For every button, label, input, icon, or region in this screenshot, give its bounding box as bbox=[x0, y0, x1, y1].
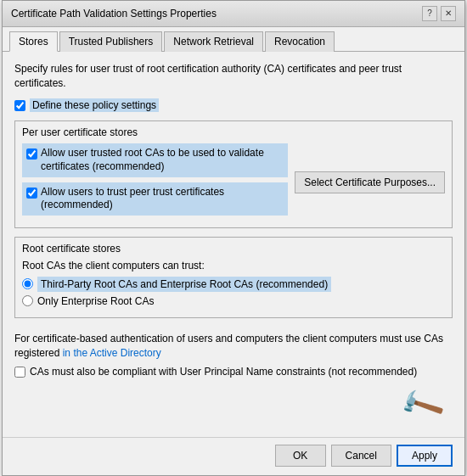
footer-checkbox-row: CAs must also be compliant with User Pri… bbox=[14, 365, 453, 379]
title-bar: Certificate Path Validation Settings Pro… bbox=[3, 1, 464, 27]
window-title: Certificate Path Validation Settings Pro… bbox=[11, 8, 217, 20]
footer-section: For certificate-based authentication of … bbox=[14, 327, 453, 384]
cancel-button[interactable]: Cancel bbox=[331, 445, 391, 467]
define-settings-label: Define these policy settings bbox=[30, 98, 159, 112]
hammer-area: 🔨 bbox=[14, 384, 453, 427]
per-user-group-box: Per user certificate stores Allow user t… bbox=[14, 120, 453, 227]
define-settings-row: Define these policy settings bbox=[14, 98, 453, 112]
root-cert-radio-group: Third-Party Root CAs and Enterprise Root… bbox=[22, 277, 445, 307]
root-cert-group-box: Root certificate stores Root CAs the cli… bbox=[14, 237, 453, 318]
apply-button[interactable]: Apply bbox=[397, 445, 453, 467]
tab-revocation[interactable]: Revocation bbox=[265, 31, 335, 52]
radio-item-2: Only Enterprise Root CAs bbox=[22, 295, 445, 307]
upn-constraints-checkbox[interactable] bbox=[14, 367, 25, 378]
checkbox-item-2: Allow users to trust peer trust certific… bbox=[22, 182, 288, 216]
checkboxes-column: Allow user trusted root CAs to be used t… bbox=[22, 143, 288, 220]
tab-bar: Stores Trusted Publishers Network Retrie… bbox=[3, 27, 464, 52]
third-party-root-radio[interactable] bbox=[22, 278, 33, 289]
per-user-group-title: Per user certificate stores bbox=[22, 126, 445, 138]
allow-trusted-root-checkbox[interactable] bbox=[26, 148, 37, 160]
upn-constraints-label: CAs must also be compliant with User Pri… bbox=[30, 365, 417, 379]
description-text: Specify rules for user trust of root cer… bbox=[14, 62, 453, 91]
tab-content: Specify rules for user trust of root cer… bbox=[3, 52, 464, 437]
enterprise-only-radio[interactable] bbox=[22, 295, 33, 306]
dialog-window: Certificate Path Validation Settings Pro… bbox=[2, 0, 465, 476]
radio-item-1: Third-Party Root CAs and Enterprise Root… bbox=[22, 277, 445, 292]
root-cert-subtitle: Root CAs the client computers can trust: bbox=[22, 260, 445, 272]
enterprise-only-label: Only Enterprise Root CAs bbox=[37, 295, 154, 307]
footer-link: in the Active Directory bbox=[63, 347, 161, 359]
hammer-icon: 🔨 bbox=[397, 381, 447, 431]
allow-trusted-root-label: Allow user trusted root CAs to be used t… bbox=[41, 147, 284, 173]
define-settings-checkbox[interactable] bbox=[14, 100, 25, 111]
per-user-group-row: Allow user trusted root CAs to be used t… bbox=[22, 143, 445, 220]
select-certificate-purposes-button[interactable]: Select Certificate Purposes... bbox=[295, 171, 445, 193]
title-bar-controls: ? ✕ bbox=[422, 6, 456, 21]
dialog-buttons: OK Cancel Apply bbox=[3, 437, 464, 475]
tab-trusted-publishers[interactable]: Trusted Publishers bbox=[59, 31, 163, 52]
tab-network-retrieval[interactable]: Network Retrieval bbox=[164, 31, 263, 52]
close-button[interactable]: ✕ bbox=[441, 6, 456, 21]
allow-peer-trust-label: Allow users to trust peer trust certific… bbox=[41, 186, 284, 212]
tab-stores[interactable]: Stores bbox=[9, 31, 58, 52]
checkbox-item-1: Allow user trusted root CAs to be used t… bbox=[22, 143, 288, 176]
allow-peer-trust-checkbox[interactable] bbox=[26, 188, 37, 199]
root-cert-group-title: Root certificate stores bbox=[22, 243, 445, 255]
third-party-root-label: Third-Party Root CAs and Enterprise Root… bbox=[37, 277, 331, 292]
ok-button[interactable]: OK bbox=[275, 445, 326, 467]
help-button[interactable]: ? bbox=[422, 6, 437, 21]
